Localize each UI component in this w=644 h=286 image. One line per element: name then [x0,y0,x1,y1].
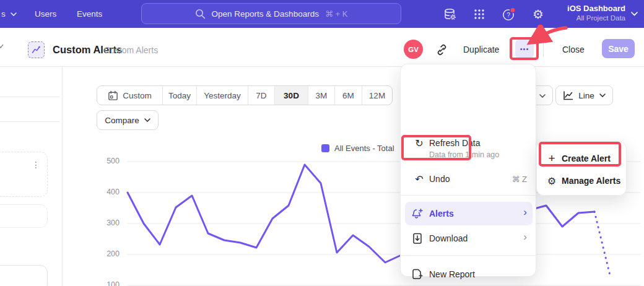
range-3m[interactable]: 3M [308,86,335,105]
range-today[interactable]: Today [163,86,197,105]
link-icon [436,44,448,56]
breadcrumb[interactable]: Custom Alerts [104,45,158,55]
legend-swatch [321,144,329,152]
nav-item-users[interactable]: Users [35,9,56,19]
bell-plus-icon [411,208,424,220]
y-tick-500: 500 [95,157,120,165]
menu-label: Download [429,233,468,243]
plus-icon: + [546,152,558,165]
range-30d-selected[interactable]: 30D [275,86,308,105]
range-12m[interactable]: 12M [362,86,392,105]
refresh-icon: ↻ [413,137,425,149]
avatar[interactable]: GV [404,40,423,59]
document-plus-icon [412,269,424,280]
undo-icon: ↶ [413,173,425,185]
y-tick-200: 200 [95,249,120,258]
y-tick-100: 100 [95,280,120,286]
top-navbar: s Users Events Open Reports & Dashboards… [0,0,644,28]
more-options-button[interactable]: ••• [515,40,534,58]
menu-label: New Report [429,269,475,279]
chart-type-button[interactable]: Line [555,85,613,105]
left-panel-row-divider [0,121,60,122]
project-switcher[interactable]: iOS Dashboard All Project Data [567,4,625,22]
chart-type-label: Line [578,91,594,100]
compare-button[interactable]: Compare [97,110,159,130]
help-icon[interactable]: ? [501,6,517,22]
header-divider [543,41,544,57]
menu-item-new-report[interactable]: New Report [401,265,537,284]
calendar-icon [108,90,118,101]
chevron-down-icon [11,12,17,16]
boards-menu-fragment-label: s [1,9,6,19]
data-management-icon[interactable] [442,6,458,22]
search-placeholder: Open Reports & Dashboards [212,9,319,19]
refresh-data-sublabel: Data from 1 min ago [429,150,499,159]
gear-icon: ⚙ [546,175,558,187]
query-card[interactable] [0,265,48,286]
download-icon [412,233,423,245]
menu-item-alerts[interactable]: Alerts › [401,204,537,223]
compare-label: Compare [105,116,139,125]
menu-item-download[interactable]: Download › [401,229,537,248]
close-button[interactable]: Close [562,45,585,54]
menu-divider [401,195,537,196]
copy-link-button[interactable] [436,44,448,56]
range-yesterday[interactable]: Yesterday [197,86,248,105]
report-type-icon [28,41,45,58]
menu-label: Undo [429,174,450,184]
more-options-menu: ↻ Refresh Data Data from 1 min ago ↶ Und… [400,64,536,277]
svg-text:?: ? [507,12,510,19]
submenu-label: Create Alert [562,154,611,163]
submenu-label: Manage Alerts [562,176,620,186]
chevron-right-icon: › [523,231,527,243]
left-panel-border [62,67,63,286]
search-icon [195,9,206,19]
chevron-down-icon [599,93,606,97]
chevron-down-icon [144,118,150,122]
mixpanel-report-page: s Users Events Open Reports & Dashboards… [0,0,644,286]
apps-grid-icon[interactable] [471,6,487,22]
menu-label: Refresh Data [429,138,480,148]
submenu-item-manage-alerts[interactable]: ⚙ Manage Alerts [537,170,627,191]
project-subtitle: All Project Data [567,14,625,22]
nav-item-events[interactable]: Events [77,9,102,19]
query-card[interactable]: ⋮ [0,152,48,197]
chevron-down-icon [539,94,546,98]
menu-label: Alerts [429,209,454,219]
alerts-submenu: + Create Alert ⚙ Manage Alerts [536,141,627,196]
legend-label: All Events - Total [334,144,394,153]
chevron-right-icon: › [523,206,527,219]
series-line-dashed-tail [594,212,611,278]
settings-gear-icon[interactable]: ⚙ [530,6,546,22]
kebab-menu-icon[interactable]: ⋮ [32,160,40,170]
y-tick-400: 400 [95,188,120,196]
search-shortcut: ⌘ + K [325,9,348,19]
notification-dot [510,7,515,12]
submenu-item-create-alert[interactable]: + Create Alert [537,148,627,169]
search-input[interactable]: Open Reports & Dashboards ⌘ + K [141,3,401,24]
menu-divider [401,255,537,256]
y-tick-300: 300 [95,219,120,227]
duplicate-button[interactable]: Duplicate [463,45,499,54]
range-7d[interactable]: 7D [248,86,275,105]
query-card[interactable] [0,204,48,228]
project-chevron-down-icon[interactable] [631,12,638,16]
menu-item-undo[interactable]: ↶ Undo ⌘ Z [401,170,537,188]
range-6m[interactable]: 6M [335,86,362,105]
boards-menu-fragment[interactable]: s [1,9,17,19]
date-range-control: Custom Today Yesterday 7D 30D 3M 6M 12M [97,85,393,105]
line-chart-icon [563,91,573,100]
chart-legend[interactable]: All Events - Total [321,144,394,153]
sidebar-edge-fragment [0,44,4,49]
undo-shortcut: ⌘ Z [511,175,527,184]
left-panel-row-divider [0,97,60,97]
menu-item-refresh-data[interactable]: ↻ Refresh Data [401,134,537,152]
project-title: iOS Dashboard [567,4,625,13]
save-button[interactable]: Save [602,39,635,58]
ellipsis-icon: ••• [520,45,529,53]
range-custom[interactable]: Custom [97,86,163,105]
